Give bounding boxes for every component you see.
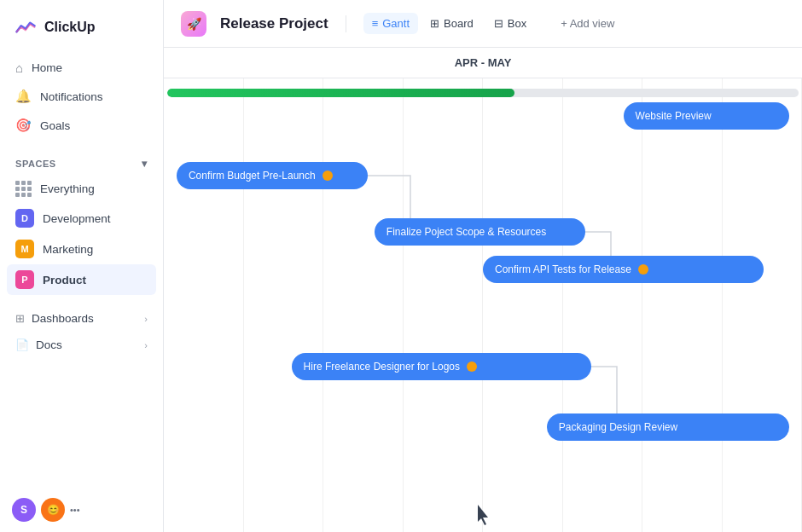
gantt-col-3 bbox=[323, 78, 404, 532]
sidebar-item-everything[interactable]: Everything bbox=[7, 175, 156, 203]
sidebar-item-notifications-label: Notifications bbox=[40, 90, 103, 103]
view-tabs: ≡ Gantt ⊞ Board ⊟ Box bbox=[363, 13, 536, 34]
sidebar-item-dashboards-label: Dashboards bbox=[32, 312, 94, 325]
add-view-label: + Add view bbox=[561, 17, 614, 30]
sidebar-item-development-label: Development bbox=[43, 212, 111, 225]
gantt-col-6 bbox=[563, 78, 643, 532]
sidebar-sections: ⊞ Dashboards › 📄 Docs › bbox=[0, 305, 163, 358]
gantt-bar-hire-freelance[interactable]: Hire Freelance Designer for Logos bbox=[292, 353, 592, 380]
sidebar-footer[interactable]: S 😊 ••• bbox=[0, 488, 163, 532]
project-icon: 🚀 bbox=[181, 11, 206, 37]
gantt-col-2 bbox=[244, 78, 324, 532]
home-icon: ⌂ bbox=[15, 61, 23, 75]
tab-box[interactable]: ⊟ Box bbox=[485, 13, 535, 34]
sidebar-item-docs-label: Docs bbox=[36, 338, 62, 351]
gantt-col-1 bbox=[164, 78, 244, 532]
gantt-col-5 bbox=[483, 78, 563, 532]
sidebar-item-notifications[interactable]: 🔔 Notifications bbox=[7, 83, 156, 110]
more-users-indicator: ••• bbox=[70, 505, 80, 515]
sidebar-item-dashboards[interactable]: ⊞ Dashboards › bbox=[0, 305, 163, 332]
sidebar-item-marketing[interactable]: M Marketing bbox=[7, 234, 156, 264]
docs-chevron-icon: › bbox=[144, 340, 148, 350]
sidebar-nav: ⌂ Home 🔔 Notifications 🎯 Goals bbox=[0, 51, 163, 142]
dashboards-chevron-icon: › bbox=[144, 314, 148, 324]
box-tab-label: Box bbox=[508, 17, 526, 30]
sidebar-item-docs[interactable]: 📄 Docs › bbox=[0, 332, 163, 358]
goals-icon: 🎯 bbox=[15, 118, 32, 133]
gantt-bar-confirm-budget[interactable]: Confirm Budget Pre-Launch bbox=[177, 162, 368, 189]
gantt-col-8 bbox=[723, 78, 803, 532]
board-tab-label: Board bbox=[444, 17, 474, 30]
spaces-collapse-icon[interactable]: ▾ bbox=[142, 158, 148, 170]
website-preview-label: Website Preview bbox=[636, 110, 712, 122]
sidebar-item-home-label: Home bbox=[32, 61, 62, 74]
finalize-scope-label: Finalize Poject Scope & Resources bbox=[386, 226, 546, 238]
user-avatar-2: 😊 bbox=[41, 498, 65, 522]
bell-icon: 🔔 bbox=[15, 89, 32, 104]
clickup-logo-icon bbox=[14, 15, 38, 39]
confirm-budget-milestone-dot bbox=[323, 171, 333, 181]
everything-grid-icon bbox=[15, 181, 32, 197]
header-divider bbox=[346, 15, 346, 32]
gantt-tab-label: Gantt bbox=[382, 17, 410, 30]
gantt-tab-icon: ≡ bbox=[372, 17, 379, 30]
confirm-api-milestone-dot bbox=[638, 264, 648, 275]
sidebar-item-marketing-label: Marketing bbox=[43, 243, 93, 256]
sidebar-item-everything-label: Everything bbox=[40, 182, 95, 195]
gantt-month-header: APR - MAY bbox=[164, 48, 802, 78]
app-name: ClickUp bbox=[44, 20, 96, 35]
project-title: Release Project bbox=[220, 15, 328, 32]
month-range-label: APR - MAY bbox=[455, 56, 512, 69]
gantt-col-7 bbox=[642, 78, 723, 532]
sidebar-item-goals[interactable]: 🎯 Goals bbox=[7, 112, 156, 139]
gantt-progress-fill bbox=[167, 89, 514, 97]
user-avatar: S bbox=[12, 498, 36, 522]
main-content: 🚀 Release Project ≡ Gantt ⊞ Board ⊟ Box … bbox=[164, 0, 802, 532]
tab-gantt[interactable]: ≡ Gantt bbox=[363, 13, 418, 34]
confirm-api-label: Confirm API Tests for Release bbox=[495, 263, 631, 275]
sidebar-item-product-label: Product bbox=[43, 274, 86, 286]
gantt-body: Website Preview Confirm Budget Pre-Launc… bbox=[164, 78, 802, 532]
gantt-bar-website-preview[interactable]: Website Preview bbox=[624, 102, 789, 130]
gantt-grid bbox=[164, 78, 802, 532]
sidebar-item-product[interactable]: P Product bbox=[7, 264, 156, 295]
dashboards-icon: ⊞ bbox=[15, 312, 25, 325]
sidebar: ClickUp ⌂ Home 🔔 Notifications 🎯 Goals S… bbox=[0, 0, 164, 532]
hire-freelance-milestone-dot bbox=[467, 361, 477, 372]
tab-board[interactable]: ⊞ Board bbox=[421, 13, 482, 34]
gantt-bar-packaging-review[interactable]: Packaging Design Review bbox=[547, 413, 789, 441]
box-tab-icon: ⊟ bbox=[494, 17, 503, 30]
docs-icon: 📄 bbox=[15, 338, 29, 351]
development-dot: D bbox=[15, 209, 34, 228]
gantt-bar-confirm-api[interactable]: Confirm API Tests for Release bbox=[483, 256, 764, 283]
gantt-bar-finalize-scope[interactable]: Finalize Poject Scope & Resources bbox=[375, 218, 585, 246]
logo[interactable]: ClickUp bbox=[0, 0, 163, 51]
spaces-section-header: Spaces ▾ bbox=[0, 149, 163, 175]
main-header: 🚀 Release Project ≡ Gantt ⊞ Board ⊟ Box … bbox=[164, 0, 802, 48]
spaces-label: Spaces bbox=[15, 159, 56, 169]
sidebar-item-home[interactable]: ⌂ Home bbox=[7, 55, 156, 81]
product-dot: P bbox=[15, 270, 34, 289]
packaging-review-label: Packaging Design Review bbox=[559, 421, 677, 433]
sidebar-item-development[interactable]: D Development bbox=[7, 203, 156, 234]
board-tab-icon: ⊞ bbox=[430, 17, 439, 30]
confirm-budget-label: Confirm Budget Pre-Launch bbox=[189, 170, 316, 182]
marketing-dot: M bbox=[15, 240, 34, 258]
gantt-col-4 bbox=[404, 78, 484, 532]
gantt-progress-bar bbox=[167, 89, 799, 97]
add-view-button[interactable]: + Add view bbox=[552, 13, 623, 34]
gantt-container: APR - MAY Website Preview bbox=[164, 48, 802, 532]
sidebar-item-goals-label: Goals bbox=[40, 119, 70, 132]
hire-freelance-label: Hire Freelance Designer for Logos bbox=[304, 361, 460, 373]
